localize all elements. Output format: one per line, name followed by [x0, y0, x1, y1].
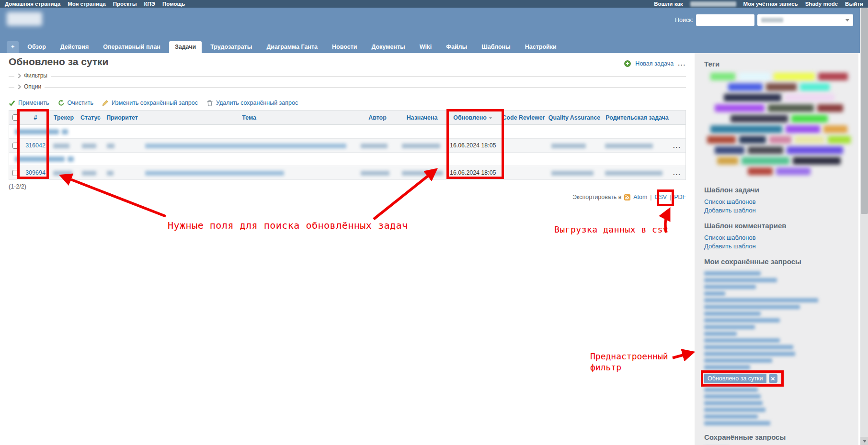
row-context-menu[interactable]: ...: [673, 142, 685, 149]
column-header-author[interactable]: Автор: [357, 114, 398, 121]
tab-Обзор[interactable]: Обзор: [22, 41, 51, 53]
column-header-tracker[interactable]: Трекер: [49, 114, 78, 121]
tab-Оперативный план[interactable]: Оперативный план: [97, 41, 166, 53]
tab-add[interactable]: +: [7, 41, 19, 53]
topbar-link[interactable]: Домашняя страница: [5, 1, 60, 7]
tag-chip-redacted[interactable]: [742, 157, 789, 165]
scrollbar-thumb[interactable]: [861, 8, 868, 214]
delete-saved-query-button[interactable]: Удалить сохранённый запрос: [206, 100, 298, 106]
tag-chip-redacted[interactable]: [717, 157, 738, 165]
tag-chip-redacted[interactable]: [710, 125, 782, 133]
saved-query-link-redacted[interactable]: [704, 394, 761, 399]
tag-chip-redacted[interactable]: [724, 94, 781, 101]
tag-chip-redacted[interactable]: [786, 125, 820, 133]
tag-chip-redacted[interactable]: [769, 136, 791, 144]
tag-chip-redacted[interactable]: [748, 146, 783, 154]
tab-Задачи[interactable]: Задачи: [169, 41, 202, 53]
saved-query-link-redacted[interactable]: [704, 332, 737, 336]
saved-query-link-redacted[interactable]: [704, 271, 761, 276]
tab-Wiki[interactable]: Wiki: [414, 41, 438, 53]
issue-id-link[interactable]: 309694: [25, 169, 46, 176]
topbar-link[interactable]: Помощь: [162, 1, 185, 7]
template-list-link[interactable]: Список шаблонов: [704, 198, 852, 205]
page-more-menu[interactable]: ...: [678, 60, 686, 67]
shady-mode-link[interactable]: Shady mode: [805, 1, 838, 7]
tag-chip-redacted[interactable]: [800, 83, 830, 91]
tag-chip-redacted[interactable]: [828, 136, 851, 144]
tag-chip-redacted[interactable]: [818, 73, 848, 80]
column-header-status[interactable]: Статус: [78, 114, 103, 121]
tag-chip-redacted[interactable]: [823, 125, 847, 133]
saved-query-link-redacted[interactable]: [704, 345, 793, 349]
saved-query-link-redacted[interactable]: [704, 338, 780, 343]
new-issue-button[interactable]: Новая задача: [635, 60, 674, 67]
saved-query-link-redacted[interactable]: [704, 352, 795, 356]
tag-chip-redacted[interactable]: [728, 83, 763, 91]
saved-query-link-redacted[interactable]: [704, 408, 765, 412]
selected-query-chip[interactable]: Обновлено за сутки: [704, 374, 766, 383]
saved-query-link-redacted[interactable]: [704, 421, 770, 425]
select-all-checkbox[interactable]: [12, 114, 19, 121]
my-account-link[interactable]: Моя учётная запись: [743, 1, 798, 7]
tab-Файлы[interactable]: Файлы: [440, 41, 473, 53]
saved-query-link-redacted[interactable]: [704, 305, 800, 309]
saved-query-link-redacted[interactable]: [704, 414, 758, 419]
tab-Документы[interactable]: Документы: [365, 41, 411, 53]
tag-chip-redacted[interactable]: [707, 136, 736, 144]
template-add-link[interactable]: Добавить шаблон: [704, 207, 852, 214]
tab-Шаблоны[interactable]: Шаблоны: [476, 41, 516, 53]
column-header-subject[interactable]: Тема: [141, 114, 357, 121]
export-pdf-link[interactable]: PDF: [674, 194, 686, 200]
topbar-link[interactable]: Моя страница: [68, 1, 105, 7]
template-list-link[interactable]: Список шаблонов: [704, 234, 852, 241]
scroll-down-button[interactable]: [860, 437, 868, 445]
column-header-id[interactable]: #: [22, 114, 49, 121]
saved-query-link-redacted[interactable]: [704, 365, 750, 369]
saved-query-link-redacted[interactable]: [704, 312, 761, 316]
tag-chip-redacted[interactable]: [795, 136, 824, 144]
column-header-parent-task[interactable]: Родительская задача: [601, 114, 673, 121]
tab-Настройки[interactable]: Настройки: [519, 41, 562, 53]
template-add-link[interactable]: Добавить шаблон: [704, 243, 852, 250]
saved-query-link-redacted[interactable]: [704, 325, 755, 329]
tag-chip-redacted[interactable]: [817, 104, 843, 112]
close-icon[interactable]: [769, 374, 777, 383]
logout-link[interactable]: Выйти: [845, 1, 863, 7]
saved-query-link-redacted[interactable]: [704, 278, 777, 282]
tag-chip-redacted[interactable]: [774, 73, 815, 80]
tag-chip-redacted[interactable]: [739, 73, 770, 80]
page-scrollbar[interactable]: [860, 0, 868, 445]
tag-chip-redacted[interactable]: [768, 104, 814, 112]
saved-query-link-redacted[interactable]: [704, 401, 763, 405]
filters-toggle[interactable]: Фильтры: [14, 72, 51, 79]
tag-chip-redacted[interactable]: [766, 83, 797, 91]
saved-query-link-redacted[interactable]: [704, 298, 818, 302]
export-atom-link[interactable]: Atom: [633, 194, 647, 200]
tab-Новости[interactable]: Новости: [326, 41, 363, 53]
column-header-priority[interactable]: Приоритет: [103, 114, 141, 121]
row-checkbox[interactable]: [12, 170, 19, 176]
topbar-link[interactable]: КПЭ: [144, 1, 155, 7]
apply-button[interactable]: Применить: [9, 100, 49, 106]
column-header-quality-assurance[interactable]: Quality Assurance: [548, 114, 601, 121]
issue-id-link[interactable]: 316042: [25, 142, 46, 149]
clear-button[interactable]: Очистить: [58, 100, 93, 106]
row-checkbox[interactable]: [12, 143, 19, 149]
edit-saved-query-button[interactable]: Изменить сохранённый запрос: [102, 100, 198, 106]
options-toggle[interactable]: Опции: [14, 83, 45, 90]
tag-chip-redacted[interactable]: [787, 146, 843, 154]
column-header-assignee[interactable]: Назначена: [398, 114, 446, 121]
saved-query-link-redacted[interactable]: [704, 318, 780, 323]
tab-Действия[interactable]: Действия: [55, 41, 94, 53]
search-input[interactable]: [696, 14, 754, 26]
tag-chip-redacted[interactable]: [710, 73, 735, 80]
project-jump-select[interactable]: [757, 14, 853, 26]
saved-query-link-redacted[interactable]: [704, 388, 758, 392]
tag-chip-redacted[interactable]: [715, 104, 765, 112]
saved-query-link-redacted[interactable]: [704, 358, 772, 363]
topbar-link[interactable]: Проекты: [113, 1, 137, 7]
column-header-updated[interactable]: Обновлено: [446, 114, 500, 121]
saved-query-link-redacted[interactable]: [704, 291, 725, 296]
tag-chip-redacted[interactable]: [793, 157, 841, 165]
export-csv-link[interactable]: CSV: [655, 194, 667, 200]
